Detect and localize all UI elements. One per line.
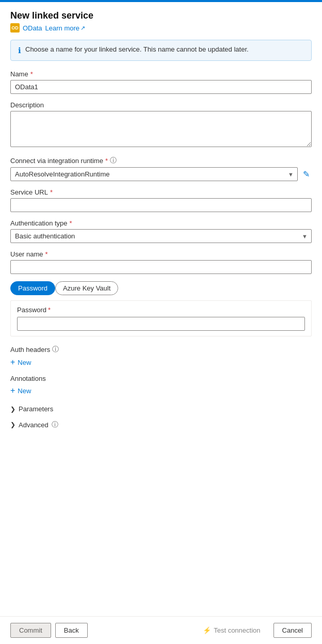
name-form-group: Name * xyxy=(10,70,312,94)
back-button[interactable]: Back xyxy=(55,623,88,638)
parameters-chevron-icon: ❯ xyxy=(10,406,15,413)
description-input[interactable] xyxy=(10,111,312,147)
service-type-label: OData xyxy=(23,24,42,32)
name-required: * xyxy=(30,70,33,78)
learn-more-text: Learn more xyxy=(45,24,79,32)
auth-type-select-wrapper: Basic authentication Anonymous ▼ xyxy=(10,229,312,243)
username-input[interactable] xyxy=(10,260,312,274)
runtime-label: Connect via integration runtime * ⓘ xyxy=(10,156,312,165)
external-link-icon: ↗ xyxy=(81,25,85,31)
runtime-form-group: Connect via integration runtime * ⓘ Auto… xyxy=(10,156,312,181)
annotations-add-icon: + xyxy=(10,387,15,395)
annotations-group: Annotations + New xyxy=(10,375,312,396)
subtitle-row: OD OData Learn more ↗ xyxy=(10,23,312,33)
service-url-label: Service URL * xyxy=(10,188,312,196)
learn-more-link[interactable]: Learn more ↗ xyxy=(45,24,85,32)
runtime-select[interactable]: AutoResolveIntegrationRuntime xyxy=(10,167,298,181)
auth-headers-add-icon: + xyxy=(10,358,15,366)
description-form-group: Description xyxy=(10,101,312,149)
service-url-form-group: Service URL * xyxy=(10,188,312,212)
auth-type-select[interactable]: Basic authentication Anonymous xyxy=(10,229,312,243)
runtime-select-wrapper: AutoResolveIntegrationRuntime ▼ xyxy=(10,167,298,181)
description-label: Description xyxy=(10,101,312,109)
cancel-button[interactable]: Cancel xyxy=(273,623,312,638)
runtime-required: * xyxy=(105,157,108,165)
auth-type-form-group: Authentication type * Basic authenticati… xyxy=(10,219,312,243)
info-banner: ℹ Choose a name for your linked service.… xyxy=(10,40,312,61)
auth-headers-info-icon[interactable]: ⓘ xyxy=(52,345,59,354)
runtime-info-icon[interactable]: ⓘ xyxy=(110,156,117,165)
auth-headers-label: Auth headers ⓘ xyxy=(10,345,312,354)
test-connection-button[interactable]: ⚡ Test connection xyxy=(194,623,269,638)
username-required: * xyxy=(45,250,48,258)
advanced-label: Advanced xyxy=(19,421,49,429)
auth-headers-add-button[interactable]: + New xyxy=(10,357,31,367)
password-field-label: Password * xyxy=(17,306,305,314)
runtime-edit-button[interactable]: ✎ xyxy=(301,168,312,180)
password-required: * xyxy=(48,306,51,314)
password-section: Password * xyxy=(10,300,312,336)
advanced-info-icon[interactable]: ⓘ xyxy=(52,420,58,429)
username-form-group: User name * xyxy=(10,250,312,274)
advanced-chevron-icon: ❯ xyxy=(10,421,15,428)
page-title: New linked service xyxy=(10,10,312,21)
odata-icon: OD xyxy=(10,23,20,33)
parameters-section[interactable]: ❯ Parameters xyxy=(10,403,312,415)
service-url-required: * xyxy=(50,188,53,196)
info-icon: ℹ xyxy=(18,46,21,55)
commit-button[interactable]: Commit xyxy=(10,623,51,638)
parameters-label: Parameters xyxy=(19,405,53,413)
azure-key-vault-tab[interactable]: Azure Key Vault xyxy=(55,281,118,295)
annotations-label: Annotations xyxy=(10,375,312,382)
service-url-input[interactable] xyxy=(10,198,312,212)
password-tab[interactable]: Password xyxy=(10,281,55,295)
name-input[interactable] xyxy=(10,80,312,94)
name-label: Name * xyxy=(10,70,312,78)
password-tabs: Password Azure Key Vault xyxy=(10,281,312,295)
auth-type-required: * xyxy=(70,219,72,227)
auth-type-label: Authentication type * xyxy=(10,219,312,227)
test-connection-icon: ⚡ xyxy=(203,626,211,634)
info-banner-text: Choose a name for your linked service. T… xyxy=(25,45,249,53)
username-label: User name * xyxy=(10,250,312,258)
test-connection-label: Test connection xyxy=(214,626,260,634)
runtime-row: AutoResolveIntegrationRuntime ▼ ✎ xyxy=(10,167,312,181)
password-input[interactable] xyxy=(17,317,305,331)
footer-bar: Commit Back ⚡ Test connection Cancel xyxy=(0,616,322,644)
advanced-section[interactable]: ❯ Advanced ⓘ xyxy=(10,418,312,431)
annotations-add-button[interactable]: + New xyxy=(10,385,31,396)
auth-headers-group: Auth headers ⓘ + New xyxy=(10,345,312,367)
